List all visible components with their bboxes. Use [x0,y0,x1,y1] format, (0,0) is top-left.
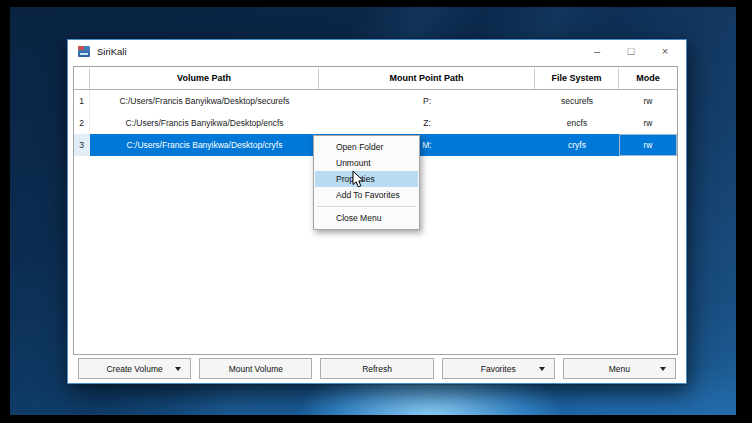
dropdown-arrow-icon [175,367,181,371]
cell-file-system: securefs [535,90,619,112]
header-rownum [74,68,90,89]
screen: SiriKali – □ × Volume Path Mount Point P… [0,0,752,423]
menu-item-properties[interactable]: Properties [315,171,418,187]
cell-row-number: 3 [74,134,90,156]
maximize-button[interactable]: □ [614,40,648,63]
dropdown-arrow-icon [539,367,545,371]
minimize-button[interactable]: – [580,40,614,63]
window-title: SiriKali [97,46,127,57]
cell-mode: rw [619,112,677,134]
create-volume-label: Create Volume [106,364,162,374]
cell-row-number: 1 [74,90,90,112]
favorites-label: Favorites [481,364,516,374]
refresh-label: Refresh [362,364,392,374]
cell-file-system: cryfs [535,134,619,156]
cell-volume-path: C:/Users/Francis Banyikwa/Desktop/secure… [90,90,319,112]
titlebar: SiriKali – □ × [68,40,686,63]
cell-mode: rw [619,134,677,156]
cell-mount-point: Z: [319,112,535,134]
table-header-row: Volume Path Mount Point Path File System… [74,67,677,90]
cell-row-number: 2 [74,112,90,134]
menu-item-unmount[interactable]: Unmount [315,155,418,171]
menu-label: Menu [609,364,630,374]
menu-separator [317,206,416,207]
header-volume-path[interactable]: Volume Path [90,68,319,89]
header-file-system[interactable]: File System [535,68,619,89]
menu-item-close-menu[interactable]: Close Menu [315,210,418,226]
cell-file-system: encfs [535,112,619,134]
table-row[interactable]: 1C:/Users/Francis Banyikwa/Desktop/secur… [74,90,677,112]
button-bar: Create Volume Mount Volume Refresh Favor… [78,358,676,379]
dropdown-arrow-icon [660,367,666,371]
menu-item-open-folder[interactable]: Open Folder [315,139,418,155]
mount-volume-button[interactable]: Mount Volume [199,358,312,379]
cell-volume-path: C:/Users/Francis Banyikwa/Desktop/encfs [90,112,319,134]
header-mount-point-path[interactable]: Mount Point Path [319,68,535,89]
menu-item-add-to-favorites[interactable]: Add To Favorites [315,187,418,203]
create-volume-button[interactable]: Create Volume [78,358,191,379]
cell-mode: rw [619,90,677,112]
app-icon [78,46,90,57]
header-mode[interactable]: Mode [619,68,677,89]
table-row[interactable]: 2C:/Users/Francis Banyikwa/Desktop/encfs… [74,112,677,134]
refresh-button[interactable]: Refresh [320,358,433,379]
favorites-button[interactable]: Favorites [442,358,555,379]
cell-volume-path: C:/Users/Francis Banyikwa/Desktop/cryfs [90,134,319,156]
context-menu: Open FolderUnmountPropertiesAdd To Favor… [313,135,420,230]
cell-mount-point: P: [319,90,535,112]
mount-volume-label: Mount Volume [229,364,283,374]
close-button[interactable]: × [648,40,682,63]
menu-button[interactable]: Menu [563,358,676,379]
